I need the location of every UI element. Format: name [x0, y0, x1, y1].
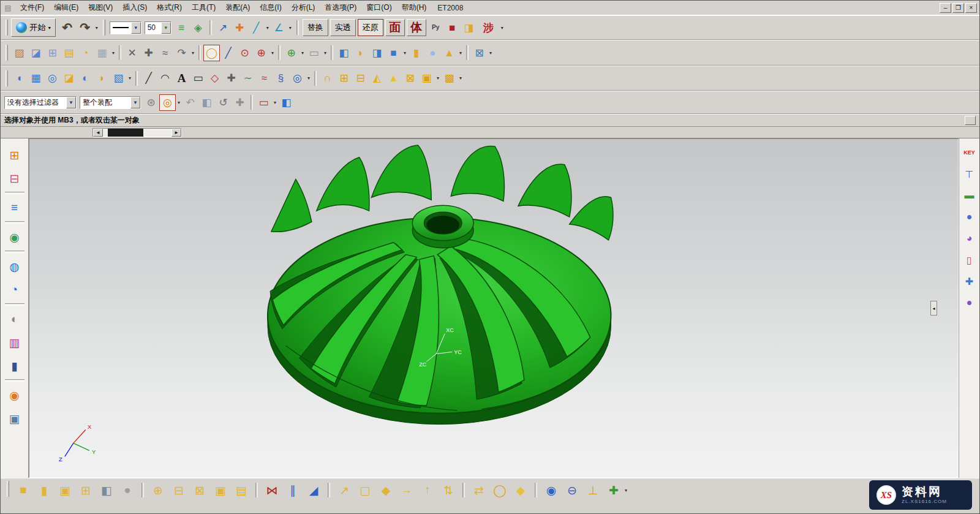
- revolve-icon[interactable]: ◔: [77, 45, 94, 61]
- menu-window[interactable]: 窗口(O): [361, 1, 396, 14]
- toolbar-grip[interactable]: [7, 481, 9, 497]
- line-width-combo[interactable]: ▼: [110, 21, 141, 34]
- snap-point-icon[interactable]: ◎: [159, 94, 176, 111]
- section-surface-icon[interactable]: ◎: [44, 70, 61, 86]
- assembly-navigator-icon[interactable]: ⊞: [4, 145, 25, 165]
- render-button[interactable]: 涉: [478, 19, 499, 36]
- sheet-body-icon[interactable]: ◨: [369, 45, 385, 61]
- dropdown-arrow-icon[interactable]: ▾: [300, 45, 306, 61]
- dropdown-arrow-icon[interactable]: ▾: [94, 20, 100, 36]
- block-feature-icon[interactable]: ■: [14, 481, 32, 499]
- system-scenes-icon[interactable]: ▣: [4, 408, 25, 429]
- constraint-navigator-icon[interactable]: ⊟: [4, 168, 25, 189]
- graphics-window[interactable]: XC YC ZC X Y Z ◂: [29, 138, 959, 478]
- analysis-bottom-icon[interactable]: ⊖: [563, 481, 581, 499]
- shell-feature-icon[interactable]: ▢: [356, 481, 374, 499]
- extrude-icon[interactable]: ▤: [61, 45, 77, 61]
- mirror-feature-icon[interactable]: ⋈: [263, 481, 281, 499]
- point-set-icon[interactable]: ✚: [140, 45, 157, 61]
- film-roll-icon[interactable]: ◧: [97, 481, 116, 499]
- extract-curve-icon[interactable]: ⊠: [402, 70, 418, 86]
- helix-icon[interactable]: §: [273, 70, 289, 86]
- datum-face-icon[interactable]: ▭: [306, 45, 322, 61]
- interpart-link-icon[interactable]: ⊛: [143, 94, 159, 111]
- line-tool-icon[interactable]: ╱: [140, 70, 157, 86]
- n-sided-surface-icon[interactable]: ▧: [110, 70, 127, 86]
- palette-icon[interactable]: ▥: [4, 332, 25, 353]
- toolbar-grip[interactable]: [6, 45, 8, 61]
- dropdown-arrow-icon[interactable]: ▾: [435, 70, 441, 86]
- trim-body-icon[interactable]: ⊠: [471, 45, 488, 61]
- scroll-right-arrow-icon[interactable]: ►: [172, 129, 181, 137]
- combo-arrow-icon[interactable]: ▼: [130, 97, 140, 108]
- viewport-canvas[interactable]: XC YC ZC X Y Z: [29, 139, 958, 477]
- menu-format[interactable]: 格式(R): [152, 1, 187, 14]
- machining-part-icon[interactable]: ▬: [962, 187, 978, 203]
- part-info-icon[interactable]: ◉: [542, 481, 560, 499]
- key-shortcuts-icon[interactable]: KEY: [962, 145, 978, 161]
- undo-button[interactable]: ↶: [59, 19, 76, 36]
- shaded-translucent-button[interactable]: 实透: [330, 19, 356, 36]
- restore-display-button[interactable]: 还原: [358, 19, 383, 36]
- dropdown-arrow-icon[interactable]: ▾: [127, 70, 133, 86]
- wcs-dynamics-icon[interactable]: ✚: [232, 20, 248, 36]
- start-button[interactable]: 开始 ▾: [11, 18, 56, 37]
- combo-arrow-icon[interactable]: ▼: [161, 22, 171, 34]
- dropdown-arrow-icon[interactable]: ▾: [190, 45, 196, 61]
- cone-primitive-icon[interactable]: ▲: [441, 45, 458, 61]
- replace-button[interactable]: 替换: [303, 19, 328, 36]
- combined-projection-icon[interactable]: ⊟: [352, 70, 369, 86]
- dropdown-arrow-icon[interactable]: ▾: [287, 20, 293, 36]
- iso-view-icon[interactable]: ◧: [278, 94, 295, 111]
- combo-arrow-icon[interactable]: ▼: [131, 22, 141, 34]
- prompt-corner-box[interactable]: [965, 116, 976, 125]
- menu-assemblies[interactable]: 装配(A): [221, 1, 255, 14]
- menu-insert[interactable]: 插入(S): [118, 1, 152, 14]
- dropdown-arrow-icon[interactable]: ▾: [265, 20, 271, 36]
- sketch-in-task-icon[interactable]: ◪: [28, 45, 44, 61]
- stacked-blocks-icon[interactable]: ⊞: [77, 481, 95, 499]
- datum-plane-icon[interactable]: ⊞: [44, 45, 61, 61]
- swept-surface-icon[interactable]: ◗: [94, 70, 110, 86]
- dropdown-arrow-icon[interactable]: ▾: [499, 20, 505, 36]
- dropdown-arrow-icon[interactable]: ▾: [110, 45, 116, 61]
- dropdown-arrow-icon[interactable]: ▾: [272, 94, 278, 111]
- menu-analysis[interactable]: 分析(L): [287, 1, 320, 14]
- template-part-icon[interactable]: ⊤: [962, 166, 978, 182]
- layer-settings-icon[interactable]: ≡: [173, 20, 190, 36]
- roles-icon[interactable]: ◉: [4, 385, 25, 406]
- menu-file[interactable]: 文件(F): [15, 1, 49, 14]
- replace-face-icon[interactable]: ⇄: [470, 481, 488, 499]
- dropdown-arrow-icon[interactable]: ▾: [176, 94, 182, 111]
- test-tube-icon[interactable]: ▯: [962, 252, 978, 268]
- minimize-button[interactable]: –: [940, 3, 951, 13]
- section-curve-icon[interactable]: ▲: [385, 70, 402, 86]
- linked-body-icon[interactable]: ◯: [491, 481, 509, 499]
- sweep-body-icon[interactable]: ◗: [352, 45, 369, 61]
- scrollbar-thumb[interactable]: [108, 129, 143, 137]
- body-filter-button[interactable]: 体: [407, 19, 426, 36]
- dropdown-arrow-icon[interactable]: ▾: [458, 70, 464, 86]
- block-primitive-icon[interactable]: ■: [385, 45, 402, 61]
- circle-icon[interactable]: ⊙: [236, 45, 253, 61]
- red-block-icon[interactable]: ■: [444, 20, 461, 36]
- patch-body-icon[interactable]: ◆: [511, 481, 530, 499]
- associative-copy-icon[interactable]: ◯: [203, 45, 220, 61]
- pocket-feature-icon[interactable]: ⊟: [170, 481, 188, 499]
- point-tool-icon[interactable]: ✚: [223, 70, 239, 86]
- corner-block-icon[interactable]: ▣: [56, 481, 74, 499]
- datum-dropdown-icon[interactable]: ✚: [605, 481, 623, 499]
- visual-reports-icon[interactable]: ▮: [4, 355, 25, 376]
- project-curve-icon[interactable]: ⊞: [336, 70, 352, 86]
- measure-distance-icon[interactable]: ╱: [248, 20, 265, 36]
- emboss-feature-icon[interactable]: ▣: [211, 481, 230, 499]
- trim-body-bottom-icon[interactable]: ◢: [304, 481, 323, 499]
- toolbar-grip[interactable]: [6, 20, 8, 36]
- dropdown-arrow-icon[interactable]: ▾: [458, 45, 464, 61]
- history-icon[interactable]: ◔: [4, 279, 25, 300]
- cylinder-primitive-icon[interactable]: ▮: [408, 45, 424, 61]
- intersection-curve-icon[interactable]: ◭: [369, 70, 385, 86]
- dropdown-arrow-icon[interactable]: ▾: [623, 482, 629, 499]
- text-tool-icon[interactable]: A: [173, 70, 190, 86]
- reuse-library-icon[interactable]: ◉: [4, 227, 25, 248]
